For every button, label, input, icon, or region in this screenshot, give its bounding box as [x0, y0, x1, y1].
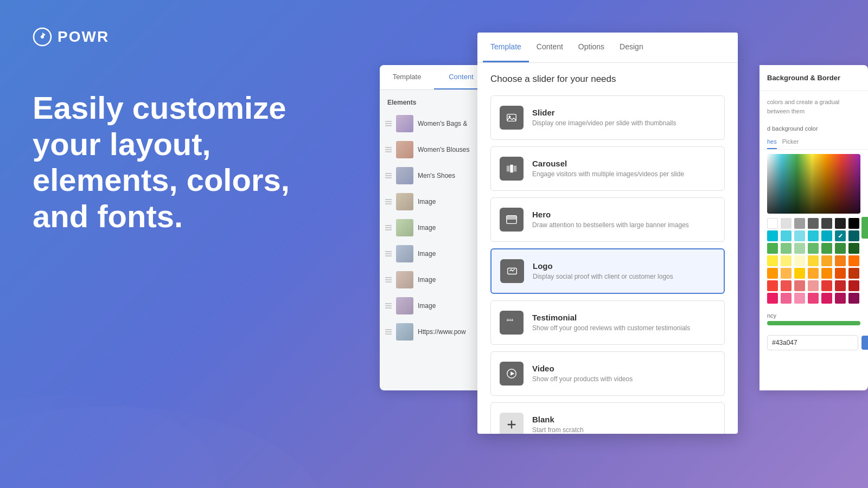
list-item[interactable]: Https://www.pow	[380, 319, 488, 345]
color-swatch[interactable]	[767, 230, 778, 241]
color-swatch[interactable]	[848, 293, 859, 304]
color-swatch[interactable]	[781, 280, 792, 291]
color-swatch[interactable]	[794, 243, 805, 254]
color-swatch[interactable]	[767, 255, 778, 266]
slider-option-video[interactable]: VideoShow off your products with videos	[490, 351, 725, 396]
svg-rect-4	[507, 114, 516, 121]
color-swatch[interactable]	[794, 280, 805, 291]
color-swatch[interactable]	[781, 243, 792, 254]
color-swatch[interactable]	[767, 268, 778, 279]
color-swatch[interactable]	[835, 280, 846, 291]
color-swatch[interactable]	[821, 218, 832, 229]
color-swatch[interactable]	[767, 280, 778, 291]
color-swatch[interactable]	[821, 293, 832, 304]
drag-handle-icon	[385, 199, 392, 204]
color-tab-hues[interactable]: hes	[767, 135, 777, 149]
color-swatch[interactable]	[808, 268, 819, 279]
color-spectrum[interactable]	[767, 154, 860, 214]
option-text: TestimonialShow off your good reviews wi…	[532, 313, 690, 333]
list-item[interactable]: Women's Bags &	[380, 111, 488, 137]
list-item[interactable]: Image	[380, 215, 488, 241]
svg-rect-6	[507, 166, 510, 172]
color-swatch[interactable]	[821, 268, 832, 279]
slider-option-testimonial[interactable]: ““TestimonialShow off your good reviews …	[490, 300, 725, 345]
color-swatch[interactable]	[808, 243, 819, 254]
color-swatch[interactable]	[835, 268, 846, 279]
option-description: Display one image/video per slide with t…	[532, 119, 676, 128]
list-item[interactable]: Image	[380, 293, 488, 319]
slider-option-logo[interactable]: LogoDisplay social proof with client or …	[490, 248, 725, 294]
drag-handle-icon	[385, 251, 392, 256]
list-item[interactable]: Women's Blouses	[380, 137, 488, 163]
color-swatch[interactable]	[848, 218, 859, 229]
color-swatch[interactable]	[767, 293, 778, 304]
brand-name: POWR	[58, 28, 109, 46]
element-list: Women's Bags &Women's BlousesMen's Shoes…	[380, 111, 488, 345]
hex-input[interactable]	[767, 335, 858, 350]
option-text: LogoDisplay social proof with client or …	[533, 261, 673, 281]
opacity-bar[interactable]	[767, 321, 860, 325]
drag-handle-icon	[385, 277, 392, 282]
color-swatch[interactable]	[848, 255, 859, 266]
color-swatch[interactable]: ✓	[835, 230, 846, 241]
tab-template-left[interactable]: Template	[380, 65, 434, 89]
option-text: VideoShow off your products with videos	[532, 364, 633, 384]
color-swatch[interactable]	[794, 268, 805, 279]
color-swatch[interactable]	[821, 230, 832, 241]
slider-option-carousel[interactable]: CarouselEngage visitors with multiple im…	[490, 146, 725, 191]
color-swatch[interactable]	[808, 293, 819, 304]
color-swatch[interactable]	[848, 268, 859, 279]
tab-template-main[interactable]: Template	[483, 33, 529, 62]
color-swatch[interactable]	[835, 243, 846, 254]
color-picker-area: ✓	[760, 154, 868, 304]
color-swatch[interactable]	[767, 218, 778, 229]
slider-option-blank[interactable]: BlankStart from scratch	[490, 402, 725, 434]
color-swatch[interactable]	[781, 218, 792, 229]
color-swatch[interactable]	[794, 255, 805, 266]
color-swatch[interactable]	[821, 255, 832, 266]
tab-content-main[interactable]: Content	[529, 33, 571, 62]
color-swatch[interactable]	[794, 218, 805, 229]
list-item[interactable]: Image	[380, 267, 488, 293]
color-swatch[interactable]	[808, 230, 819, 241]
main-template-panel: Template Content Options Design Choose a…	[477, 33, 738, 434]
slider-option-slider[interactable]: SliderDisplay one image/video per slide …	[490, 95, 725, 140]
color-swatch[interactable]	[821, 243, 832, 254]
ok-button[interactable]: OK	[861, 336, 868, 350]
panels-container: Template Content Elements Women's Bags &…	[380, 0, 868, 488]
background-color-label: d background color	[760, 122, 868, 135]
list-item[interactable]: Image	[380, 189, 488, 215]
color-swatch[interactable]	[781, 230, 792, 241]
option-description: Draw attention to bestsellers with large…	[532, 221, 689, 230]
color-swatch[interactable]	[767, 243, 778, 254]
color-swatch[interactable]	[848, 230, 859, 241]
left-panel-tabs: Template Content	[380, 65, 488, 90]
option-title: Slider	[532, 108, 676, 117]
color-tab-picker[interactable]: Picker	[782, 135, 799, 149]
color-swatch[interactable]	[781, 255, 792, 266]
tab-design-main[interactable]: Design	[612, 33, 651, 62]
element-name-label: Image	[418, 224, 436, 232]
color-swatch[interactable]	[835, 218, 846, 229]
list-item[interactable]: Image	[380, 241, 488, 267]
color-swatch[interactable]	[848, 280, 859, 291]
color-swatch[interactable]	[808, 280, 819, 291]
tab-options-main[interactable]: Options	[571, 33, 612, 62]
drag-handle-icon	[385, 329, 392, 335]
color-swatch[interactable]	[781, 293, 792, 304]
color-swatch[interactable]	[808, 255, 819, 266]
color-swatch[interactable]	[794, 293, 805, 304]
color-swatch[interactable]	[835, 255, 846, 266]
color-swatch[interactable]	[848, 243, 859, 254]
color-swatch[interactable]	[835, 293, 846, 304]
list-item[interactable]: Men's Shoes	[380, 163, 488, 189]
color-swatch[interactable]	[821, 280, 832, 291]
color-swatch[interactable]	[781, 268, 792, 279]
color-swatch[interactable]	[794, 230, 805, 241]
slider-option-hero[interactable]: HeroDraw attention to bestsellers with l…	[490, 197, 725, 242]
option-text: BlankStart from scratch	[532, 415, 584, 434]
option-title: Carousel	[532, 159, 684, 168]
color-swatch[interactable]	[808, 218, 819, 229]
option-title: Logo	[533, 261, 673, 271]
drag-handle-icon	[385, 173, 392, 178]
